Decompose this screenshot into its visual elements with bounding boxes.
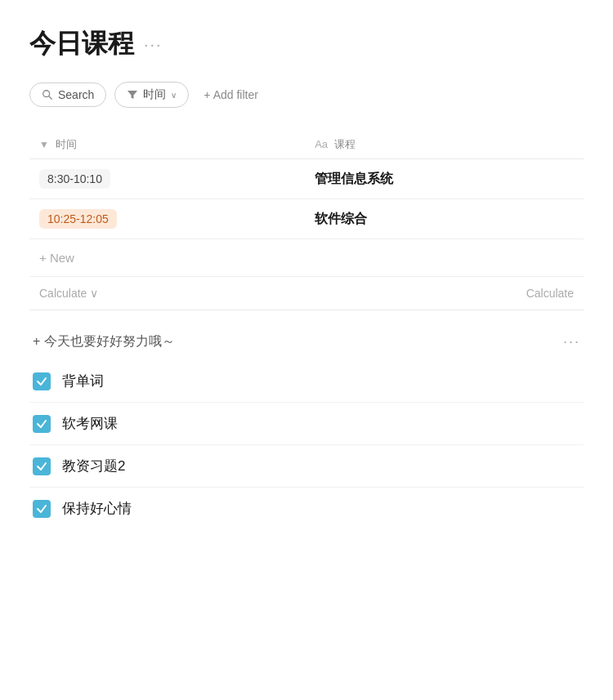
time-filter-label: 时间	[143, 87, 166, 102]
todo-item: 教资习题2	[29, 445, 584, 488]
schedule-table: ▼ 时间 Aa 课程 8:30-10:10管理信息系统10:25-12:05软件…	[29, 131, 584, 239]
add-filter-button[interactable]: + Add filter	[197, 83, 265, 106]
funnel-icon	[127, 89, 138, 100]
todo-item-label: 保持好心情	[62, 499, 132, 518]
dropdown-icon: ∨	[171, 91, 177, 100]
col-course-header: Aa 课程	[305, 131, 584, 159]
todo-checkbox[interactable]	[33, 457, 51, 475]
todo-checkbox[interactable]	[33, 372, 51, 390]
col-time-icon: ▼	[39, 139, 49, 150]
checkmark-icon	[36, 376, 47, 387]
todo-section: + 今天也要好好努力哦～ ··· 背单词 软考网课 教资习题2 保持好心情	[29, 327, 584, 529]
todo-more-button[interactable]: ···	[563, 333, 580, 350]
course-name: 管理信息系统	[315, 172, 393, 185]
calculate-right-button[interactable]: Calculate	[526, 287, 574, 300]
todo-item: 保持好心情	[29, 488, 584, 529]
todo-checkbox[interactable]	[33, 415, 51, 433]
time-badge: 10:25-12:05	[39, 209, 117, 229]
todo-item: 软考网课	[29, 403, 584, 445]
table-row: 8:30-10:10管理信息系统	[29, 159, 584, 199]
search-icon	[42, 89, 53, 100]
time-cell: 10:25-12:05	[29, 199, 305, 239]
todo-item-label: 教资习题2	[62, 457, 125, 475]
todo-item-label: 软考网课	[62, 414, 118, 433]
course-cell: 软件综合	[305, 199, 584, 239]
todo-add-button[interactable]: + 今天也要好好努力哦～	[33, 333, 175, 350]
course-name: 软件综合	[315, 212, 367, 225]
time-filter-button[interactable]: 时间 ∨	[114, 82, 189, 108]
todo-item: 背单词	[29, 360, 584, 403]
new-row-button[interactable]: + New	[29, 239, 584, 277]
calculate-row: Calculate ∨ Calculate	[29, 277, 584, 310]
todo-header: + 今天也要好好努力哦～ ···	[29, 327, 584, 360]
col-course-icon: Aa	[315, 138, 328, 150]
todo-list: 背单词 软考网课 教资习题2 保持好心情	[29, 360, 584, 529]
table-row: 10:25-12:05软件综合	[29, 199, 584, 239]
todo-item-label: 背单词	[62, 372, 104, 390]
title-row: 今日课程 ···	[29, 26, 584, 62]
page-container: 今日课程 ··· Search 时间 ∨ + Add filter ▼	[0, 0, 613, 555]
search-filter-button[interactable]: Search	[29, 82, 106, 107]
todo-header-label: + 今天也要好好努力哦～	[33, 333, 175, 350]
calculate-left-button[interactable]: Calculate ∨	[39, 287, 98, 300]
title-more-button[interactable]: ···	[144, 35, 163, 54]
todo-checkbox[interactable]	[33, 500, 51, 518]
checkmark-icon	[36, 418, 47, 430]
checkmark-icon	[36, 503, 47, 515]
filter-row: Search 时间 ∨ + Add filter	[29, 82, 584, 108]
page-title: 今日课程	[29, 26, 134, 62]
new-label: + New	[39, 251, 74, 265]
course-cell: 管理信息系统	[305, 159, 584, 199]
col-time-header: ▼ 时间	[29, 131, 305, 159]
search-label: Search	[58, 88, 94, 101]
time-badge: 8:30-10:10	[39, 169, 110, 189]
checkmark-icon	[36, 461, 47, 472]
svg-line-1	[49, 96, 52, 100]
time-cell: 8:30-10:10	[29, 159, 305, 199]
